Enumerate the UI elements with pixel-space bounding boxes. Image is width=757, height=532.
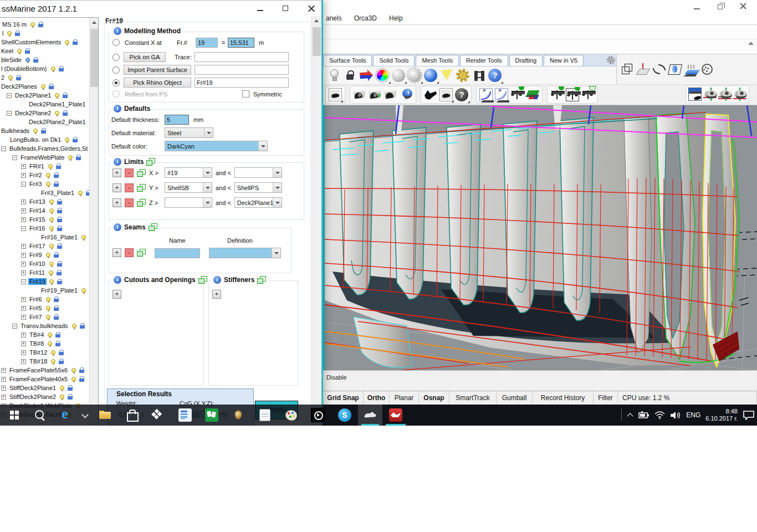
seam-definition-dropdown[interactable] <box>209 248 281 258</box>
status-planar[interactable]: Planar <box>390 391 419 405</box>
lock-icon[interactable] <box>57 208 62 213</box>
menu-item[interactable]: Orca3D <box>354 14 377 22</box>
limit-add-button[interactable]: + <box>112 183 121 192</box>
tree-item[interactable]: −Bulkfeads,Frames,Girders,St <box>0 144 89 153</box>
osnap-disable-label[interactable]: Disable <box>326 374 347 381</box>
em-maximize-icon[interactable] <box>275 1 296 16</box>
copy-table-icon[interactable] <box>198 276 207 284</box>
taskbar-skype-icon[interactable] <box>331 405 358 426</box>
tree-item[interactable]: LongBulks. on Dk1 <box>0 135 89 144</box>
lock-icon[interactable] <box>55 341 60 346</box>
status-smarttrack[interactable]: SmartTrack <box>449 391 497 405</box>
help-icon[interactable] <box>488 69 502 82</box>
toolbar-tab[interactable]: Drafting <box>509 55 543 66</box>
toolbar-tab[interactable]: Solid Tools <box>373 55 415 66</box>
expand-icon[interactable]: + <box>21 164 26 169</box>
osnap-bar[interactable]: Disable <box>323 370 757 391</box>
limit-remove-button[interactable]: - <box>125 168 134 177</box>
battery-icon[interactable] <box>638 411 649 419</box>
seam-name-field[interactable] <box>155 248 200 258</box>
symmetric-checkbox[interactable] <box>242 90 249 98</box>
language-indicator[interactable]: ENG <box>686 411 700 419</box>
collapse-icon[interactable]: − <box>12 155 17 160</box>
taskbar-file-explorer-icon[interactable] <box>92 405 119 426</box>
tree-item-label[interactable]: Deck2Plane2_Plate1 <box>28 119 87 125</box>
info-icon[interactable] <box>213 276 221 284</box>
limit-remove-button[interactable]: - <box>125 198 134 207</box>
visibility-bulb-icon[interactable] <box>17 49 22 53</box>
tree-item[interactable]: +StiffDeck2Plane2 <box>0 392 89 401</box>
visibility-bulb-icon[interactable] <box>49 279 54 284</box>
visibility-bulb-icon[interactable] <box>46 182 50 186</box>
taskbar-search-icon[interactable] <box>28 405 52 426</box>
visibility-bulb-icon[interactable] <box>60 395 64 399</box>
visibility-bulb-icon[interactable] <box>78 191 83 195</box>
tree-item-label[interactable]: Fr#6 <box>28 296 43 303</box>
lock-icon[interactable] <box>57 217 62 222</box>
toolbar-tab[interactable]: Surface Tools <box>323 55 372 66</box>
cube-icon[interactable] <box>620 63 633 76</box>
tree-item[interactable]: Keel <box>0 47 89 55</box>
tree-item-label[interactable]: FrameWebPlate <box>19 154 65 161</box>
tree-item-label[interactable]: Fr#3 <box>28 181 43 187</box>
toolbar-gear-icon[interactable] <box>607 56 615 64</box>
info-icon[interactable] <box>114 276 121 284</box>
lock-icon[interactable] <box>73 137 78 142</box>
tree-item-label[interactable]: StiffDeck2Plane1 <box>8 385 57 391</box>
status-filter[interactable]: Filter <box>594 391 618 405</box>
tree-item[interactable]: Bulkheads <box>0 126 89 135</box>
tree-item[interactable]: +TB#18 <box>0 357 89 366</box>
tree-item-label[interactable]: l <box>1 30 4 37</box>
sphere-selected-icon[interactable] <box>408 69 421 82</box>
cone-icon[interactable] <box>440 69 453 82</box>
render-film-icon[interactable] <box>700 63 714 76</box>
expand-icon[interactable]: + <box>21 270 26 275</box>
tree-item-label[interactable]: Transv.bulkheads <box>19 323 69 329</box>
em-close-icon[interactable] <box>300 1 321 16</box>
visibility-bulb-icon[interactable] <box>72 324 76 328</box>
collapse-icon[interactable]: − <box>21 226 26 231</box>
copy-table-icon[interactable] <box>137 249 146 257</box>
visibility-bulb-icon[interactable] <box>65 40 69 44</box>
cplane-icon[interactable] <box>636 63 649 76</box>
lock-icon[interactable] <box>79 367 84 373</box>
tree-item-label[interactable]: Fr#2 <box>28 172 43 178</box>
hull-d-icon[interactable] <box>353 88 366 101</box>
tree-item[interactable]: −Transv.bulkheads <box>0 321 89 330</box>
tree-item[interactable]: +TB#12 <box>0 348 89 357</box>
photo-orca-icon[interactable] <box>329 88 342 101</box>
taskbar-notepad-icon[interactable] <box>252 405 278 426</box>
tray-chevron-up-icon[interactable] <box>627 412 633 418</box>
toolbar-tab[interactable]: Mesh Tools <box>416 55 458 66</box>
visibility-bulb-icon[interactable] <box>55 93 59 98</box>
lock-icon[interactable] <box>55 332 60 337</box>
lock-icon[interactable] <box>57 243 62 249</box>
rhino-titlebar[interactable] <box>323 0 757 12</box>
expand-icon[interactable]: + <box>21 359 26 364</box>
expressmarine-titlebar[interactable]: ssMarine 2017 1.2.1 <box>0 1 321 16</box>
lock-icon[interactable] <box>16 75 21 80</box>
tree-item-label[interactable]: Fr#3_Plate1 <box>40 190 75 196</box>
rhino-close-icon[interactable] <box>734 2 753 11</box>
lock-icon[interactable] <box>59 66 64 71</box>
rhino-command-area[interactable] <box>323 25 757 54</box>
command-scroll-icon[interactable] <box>748 42 754 45</box>
material-icon[interactable] <box>360 69 373 82</box>
visibility-bulb-icon[interactable] <box>49 200 54 204</box>
info-icon[interactable] <box>114 27 121 35</box>
clipping-plane-icon[interactable] <box>668 63 682 76</box>
tree-item-label[interactable]: FrameFacePlate55x6 <box>8 367 69 374</box>
taskbar-chevron-icon[interactable] <box>78 405 92 426</box>
tree-scroll-up-icon[interactable] <box>90 18 99 27</box>
tree-item[interactable]: +Fr#14 <box>0 206 89 215</box>
lock-icon[interactable] <box>68 394 73 400</box>
collapse-icon[interactable]: − <box>7 93 12 98</box>
tree-item-label[interactable]: Deck2Plane1 <box>14 92 52 99</box>
tree-item-label[interactable]: StiffDeck2Plane2 <box>8 393 57 400</box>
status-record-history[interactable]: Record History <box>533 391 594 405</box>
tree-item-label[interactable]: Deck2Plane2 <box>14 110 52 116</box>
radio-constant-x[interactable] <box>112 39 120 46</box>
scale-a-icon[interactable] <box>550 88 564 101</box>
expand-icon[interactable]: + <box>21 200 26 204</box>
lock-icon[interactable] <box>54 305 59 311</box>
